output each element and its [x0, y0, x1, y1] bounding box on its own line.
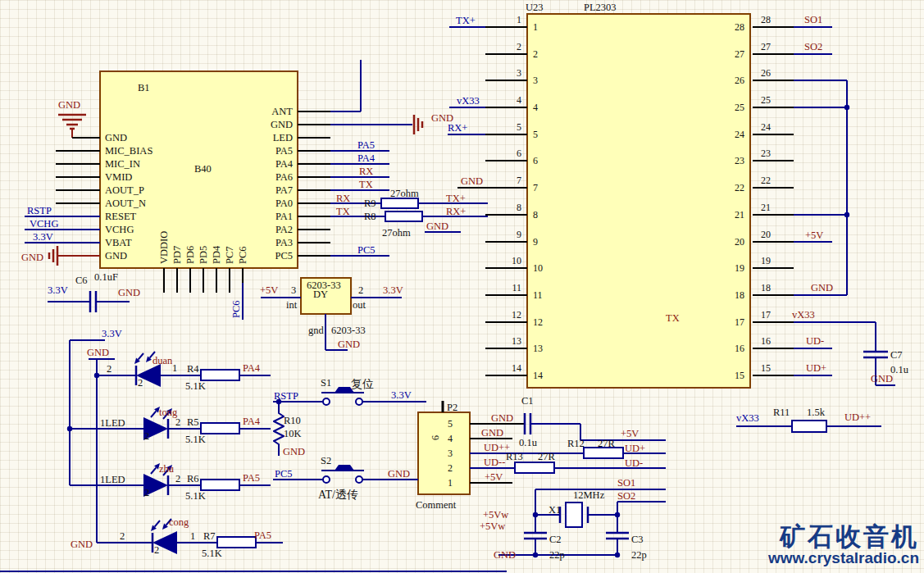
label-3: 3 — [517, 67, 521, 79]
label-24: 24 — [761, 121, 771, 133]
label-r13: R13 — [506, 451, 523, 462]
label-3: 3 — [291, 284, 296, 296]
label-comment: Comment — [416, 499, 457, 511]
switch-s2-actuator — [335, 465, 354, 471]
label-vchg: VCHG — [105, 224, 134, 235]
resistor-r7 — [217, 537, 256, 548]
label-gnd: GND — [87, 347, 109, 358]
label-dy: DY — [313, 289, 328, 300]
resistor-r4 — [201, 370, 239, 380]
label-16: 16 — [761, 335, 771, 347]
label-1led: 1LED — [100, 417, 125, 429]
label-rstp: RSTP — [274, 390, 298, 402]
label-r12: R12 — [567, 438, 585, 449]
label-2: 2 — [517, 41, 521, 52]
label-25: 25 — [761, 94, 771, 106]
label-7: 7 — [517, 175, 521, 186]
label-pc5: PC5 — [357, 244, 376, 256]
pl2303-chip-body — [527, 14, 750, 388]
label-gnd: GND — [338, 339, 360, 350]
resistor-r8 — [385, 211, 422, 221]
label-b40: B40 — [194, 163, 212, 175]
label-gnd: GND — [481, 427, 503, 439]
label-c2: C2 — [549, 534, 562, 545]
label-4: 4 — [533, 102, 538, 113]
switch-terminal — [356, 398, 362, 405]
label-26: 26 — [735, 75, 744, 86]
label-5.1k: 5.1K — [185, 490, 206, 502]
label-14: 14 — [512, 362, 521, 374]
label-c6: C6 — [75, 275, 88, 286]
label-22p: 22p — [549, 549, 565, 561]
label-+5vw: +5Vw — [483, 509, 508, 521]
label-1: 1 — [517, 14, 521, 25]
label-rstp: RSTP — [27, 205, 52, 216]
label-tx: TX — [359, 179, 373, 190]
label-r11: R11 — [773, 407, 790, 418]
label-vmid: VMID — [105, 171, 132, 183]
label-2: 2 — [154, 544, 159, 556]
label-3.3v: 3.3V — [102, 328, 122, 339]
label-s2: S2 — [321, 455, 331, 466]
label-23: 23 — [761, 148, 771, 159]
label-so1: SO1 — [804, 14, 822, 25]
label-10k: 10K — [284, 428, 302, 439]
connector-p2-body — [418, 412, 470, 494]
junction-dot — [615, 553, 620, 557]
label-c1: C1 — [521, 395, 534, 407]
label-ud+: UD+ — [625, 443, 645, 454]
label-+5v: +5V — [805, 230, 823, 241]
label-12: 12 — [533, 316, 543, 328]
label-27: 27 — [735, 48, 744, 60]
label-pa4: PA4 — [275, 158, 294, 170]
switch-terminal — [323, 398, 330, 405]
label-13: 13 — [512, 335, 521, 347]
label-pc7: PC7 — [224, 246, 235, 264]
label-gnd: GND — [118, 287, 140, 298]
label-pa4: PA4 — [243, 362, 261, 374]
label-cong: cong — [169, 516, 189, 528]
label-22: 22 — [761, 175, 771, 186]
label-3: 3 — [533, 75, 538, 86]
label-gnd: GND — [426, 221, 448, 232]
label-r9: R9 — [364, 198, 376, 209]
label-ud-: UD- — [625, 457, 643, 469]
label-2: 2 — [144, 487, 149, 498]
label-pa5: PA5 — [243, 472, 260, 484]
label-20: 20 — [761, 229, 771, 240]
switch-terminal — [356, 476, 362, 483]
label-15: 15 — [761, 362, 771, 374]
label-13: 13 — [533, 343, 543, 354]
label-pa5: PA5 — [254, 530, 271, 541]
label-12: 12 — [512, 309, 521, 321]
junction-dot — [67, 426, 72, 431]
label-0.1uf: 0.1uF — [94, 271, 118, 283]
label-gnd: GND — [283, 446, 305, 457]
label-vchg: VCHG — [30, 218, 58, 230]
label-gnd: GND — [871, 373, 893, 384]
label-pd6: PD6 — [184, 246, 196, 264]
label-gnd: gnd — [308, 325, 325, 336]
label-6: 6 — [533, 155, 538, 166]
label-c7: C7 — [890, 349, 903, 361]
label-16: 16 — [735, 343, 744, 354]
label-gnd: GND — [58, 99, 80, 111]
switch-terminal — [323, 476, 330, 483]
led-arrow — [155, 521, 160, 527]
label-so2: SO2 — [617, 490, 635, 502]
label-+5v: +5V — [485, 471, 503, 483]
label-pa3: PA3 — [275, 237, 293, 248]
label-gnd: GND — [71, 539, 93, 550]
label-17: 17 — [761, 309, 771, 321]
label-17: 17 — [735, 316, 744, 328]
label-rx+: RX+ — [448, 122, 467, 134]
resistor-r9 — [381, 198, 418, 208]
label-2: 2 — [175, 416, 180, 428]
label-19: 19 — [735, 262, 744, 274]
label-2: 2 — [120, 530, 125, 542]
label-28: 28 — [735, 21, 744, 33]
label-22p: 22p — [631, 549, 647, 561]
label-3.3v: 3.3V — [391, 389, 412, 401]
label-r4: R4 — [187, 363, 199, 375]
label-14: 14 — [533, 370, 543, 381]
